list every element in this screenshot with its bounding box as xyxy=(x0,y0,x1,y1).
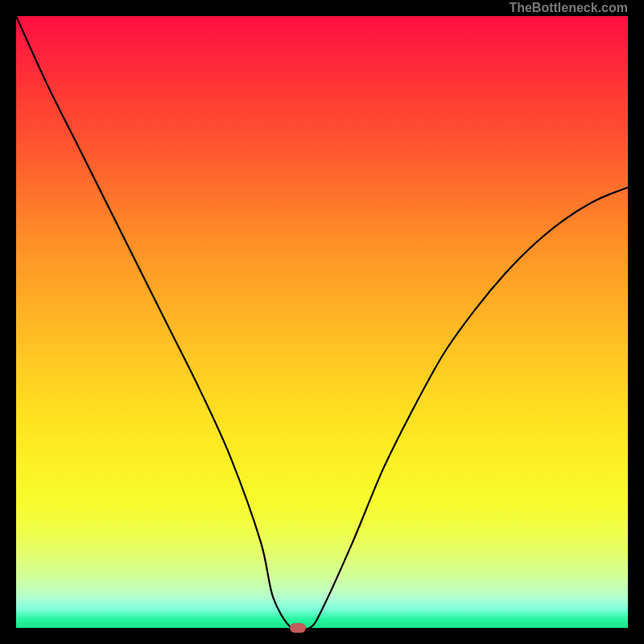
chart-frame: TheBottleneck.com xyxy=(0,0,644,644)
bottleneck-curve xyxy=(16,16,628,628)
chart-plot-area xyxy=(16,16,628,628)
watermark-text: TheBottleneck.com xyxy=(509,0,628,16)
minimum-marker xyxy=(290,623,306,633)
